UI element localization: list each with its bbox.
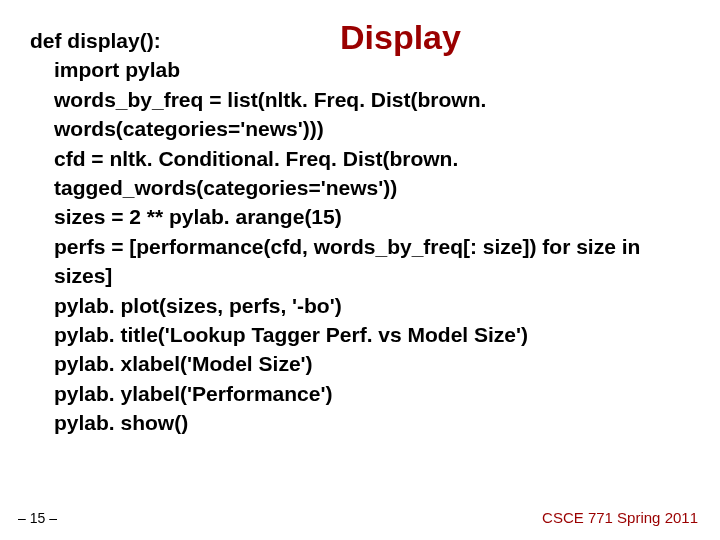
code-line: pylab. plot(sizes, perfs, '-bo')	[30, 291, 670, 320]
page-number: – 15 –	[18, 510, 57, 526]
code-line: pylab. title('Lookup Tagger Perf. vs Mod…	[30, 320, 670, 349]
code-line: cfd = nltk. Conditional. Freq. Dist(brow…	[30, 144, 670, 203]
code-line: sizes = 2 ** pylab. arange(15)	[30, 202, 670, 231]
code-line: pylab. show()	[30, 408, 670, 437]
code-line: def display():	[30, 29, 161, 52]
code-line: pylab. ylabel('Performance')	[30, 379, 670, 408]
course-footer: CSCE 771 Spring 2011	[542, 509, 698, 526]
code-line: words_by_freq = list(nltk. Freq. Dist(br…	[30, 85, 670, 144]
code-block: def display(): import pylab words_by_fre…	[30, 26, 670, 437]
code-line: import pylab	[30, 55, 670, 84]
code-line: pylab. xlabel('Model Size')	[30, 349, 670, 378]
slide: Display def display(): import pylab word…	[0, 0, 720, 540]
code-line: perfs = [performance(cfd, words_by_freq[…	[30, 232, 670, 291]
